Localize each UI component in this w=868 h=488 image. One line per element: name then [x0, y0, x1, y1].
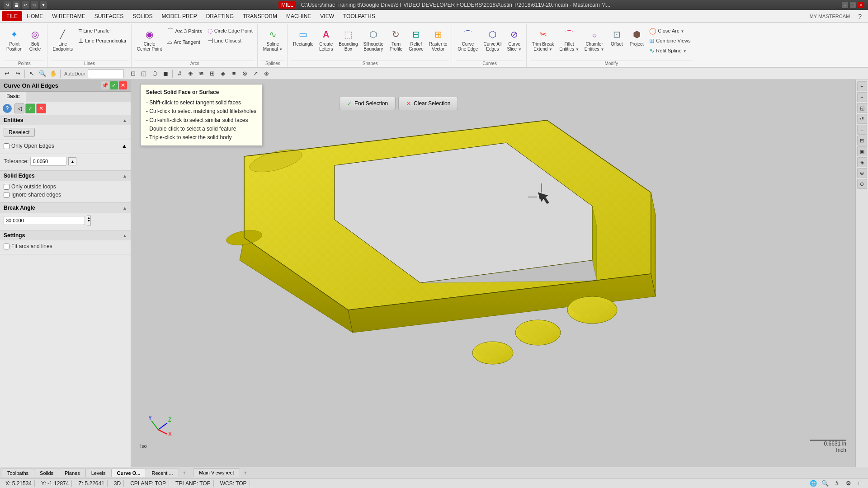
tool6[interactable]: ≡	[229, 69, 239, 79]
fit-arcs-lines-checkbox[interactable]	[4, 244, 9, 249]
menu-transform[interactable]: TRANSFORM	[238, 11, 282, 21]
tool9[interactable]: ⊛	[261, 69, 271, 79]
spline-manual-button[interactable]: ∿ SplineManual ▼	[261, 26, 285, 53]
menu-surfaces[interactable]: SURFACES	[90, 11, 128, 21]
clear-selection-button[interactable]: ✕ Clear Selection	[398, 97, 458, 110]
only-open-edges-collapse[interactable]: ▲	[122, 143, 127, 149]
fillet-entities-button[interactable]: ⌒ FilletEntities ▼	[557, 26, 581, 53]
combine-views-button[interactable]: ⊞ Combine Views	[647, 36, 692, 45]
tool7[interactable]: ⊗	[240, 69, 250, 79]
rt-btn-5[interactable]: ≡	[857, 125, 867, 135]
add-tab-button[interactable]: +	[179, 468, 190, 478]
quick-access-icon4[interactable]: ▼	[40, 1, 47, 9]
add-view-button[interactable]: +	[240, 468, 251, 478]
quick-access-icon2[interactable]: ↩	[22, 1, 29, 9]
curve-slice-button[interactable]: ⊘ CurveSlice ▼	[505, 26, 523, 53]
status-grid-button[interactable]: #	[832, 479, 842, 488]
menu-home[interactable]: HOME	[22, 11, 47, 21]
ignore-shared-edges-checkbox[interactable]	[4, 192, 9, 198]
rt-btn-1[interactable]: +	[857, 81, 867, 91]
menu-modelprep[interactable]: MODEL PREP	[157, 11, 201, 21]
silhouette-boundary-button[interactable]: ⬡ SilhouetteBoundary	[362, 26, 385, 52]
solid-edges-header[interactable]: Solid Edges ▲	[0, 171, 131, 181]
only-outside-loops-checkbox[interactable]	[4, 184, 9, 190]
circle-edge-point-button[interactable]: ◌ Circle Edge Point	[206, 26, 255, 35]
tab-solids[interactable]: Solids	[34, 469, 59, 477]
arc-tangent-button[interactable]: ⌓ Arc Tangent	[165, 37, 203, 47]
tool8[interactable]: ↗	[250, 69, 260, 79]
viewport[interactable]: Select Solid Face or Surface - Shift-cli…	[131, 80, 855, 467]
help-button[interactable]: ?	[854, 11, 866, 22]
only-open-edges-checkbox[interactable]	[4, 143, 9, 149]
rt-btn-9[interactable]: ⊕	[857, 168, 867, 178]
end-selection-button[interactable]: ✓ End Selection	[339, 97, 396, 110]
rt-btn-7[interactable]: ▣	[857, 146, 867, 156]
minimize-button[interactable]: −	[842, 2, 848, 8]
pin-button[interactable]: 📌	[101, 81, 109, 89]
break-angle-input[interactable]	[4, 216, 85, 225]
point-position-button[interactable]: ✦ PointPosition	[5, 26, 24, 52]
curve-all-edges-button[interactable]: ⬡ Curve AllEdges	[481, 26, 503, 52]
trim-break-extend-button[interactable]: ✂ Trim BreakExtend ▼	[530, 26, 556, 53]
snap-button[interactable]: ⊕	[185, 69, 195, 79]
close-button[interactable]: ×	[858, 2, 864, 8]
redo-button[interactable]: ↪	[13, 69, 23, 79]
help-icon[interactable]: ?	[3, 104, 12, 113]
break-angle-header[interactable]: Break Angle ▲	[0, 203, 131, 213]
offset-button[interactable]: ⊡ Offset	[608, 26, 626, 47]
nav-cancel-button[interactable]: ✕	[36, 103, 46, 113]
rt-btn-4[interactable]: ↺	[857, 114, 867, 124]
grid-button[interactable]: #	[175, 69, 184, 79]
line-parallel-button[interactable]: ≡ Line Parallel	[76, 26, 128, 35]
tab-main-viewsheet[interactable]: Main Viewsheet	[193, 468, 240, 477]
status-search-button[interactable]: 🔍	[820, 479, 830, 488]
circle-center-point-button[interactable]: ◉ CircleCenter Point	[135, 26, 164, 52]
tool5[interactable]: ◈	[218, 69, 228, 79]
refit-spline-button[interactable]: ∿ Refit Spline ▼	[647, 46, 692, 55]
bolt-circle-button[interactable]: ◎ BoltCircle	[26, 26, 44, 52]
tab-toolpaths[interactable]: Toolpaths	[2, 469, 34, 477]
tab-recent[interactable]: Recent ...	[146, 469, 179, 477]
turn-profile-button[interactable]: ↻ TurnProfile	[387, 26, 405, 52]
status-globe-button[interactable]: 🌐	[808, 479, 818, 488]
reselect-button[interactable]: Reselect	[4, 128, 35, 137]
zoom-button[interactable]: 🔍	[38, 69, 47, 79]
entities-section-header[interactable]: Entities ▲	[0, 115, 131, 125]
settings-header[interactable]: Settings ▲	[0, 230, 131, 240]
menu-solids[interactable]: SOLIDS	[128, 11, 157, 21]
maximize-button[interactable]: □	[850, 2, 856, 8]
menu-view[interactable]: VIEW	[316, 11, 339, 21]
chamfer-entities-button[interactable]: ⬦ ChamferEntities ▼	[583, 26, 606, 53]
select-button[interactable]: ↖	[27, 69, 37, 79]
tool3[interactable]: ≋	[196, 69, 206, 79]
rectangle-button[interactable]: ▭ Rectangle	[291, 26, 315, 47]
curve-one-edge-button[interactable]: ⌒ CurveOne Edge	[456, 26, 480, 52]
status-settings-button[interactable]: ⚙	[844, 479, 854, 488]
raster-vector-button[interactable]: ⊞ Raster toVector	[427, 26, 449, 52]
project-button[interactable]: ⬢ Project	[627, 26, 646, 47]
wireframe-button[interactable]: ⬡	[150, 69, 160, 79]
autodoor-input[interactable]	[88, 69, 124, 78]
menu-wireframe[interactable]: WIREFRAME	[47, 11, 90, 21]
menu-file[interactable]: FILE	[2, 11, 22, 21]
nav-ok-button[interactable]: ✓	[25, 103, 35, 113]
rt-btn-8[interactable]: ◈	[857, 157, 867, 167]
nav-prev-button[interactable]: ◁	[14, 103, 24, 113]
tolerance-input[interactable]	[30, 157, 66, 166]
tool4[interactable]: ⊞	[207, 69, 217, 79]
menu-drafting[interactable]: DRAFTING	[202, 11, 238, 21]
quick-access-icon1[interactable]: 💾	[13, 1, 20, 9]
tab-curve-o[interactable]: Curve O...	[112, 469, 146, 477]
rt-btn-6[interactable]: ⊞	[857, 136, 867, 145]
panel-close-button[interactable]: ✕	[119, 81, 127, 89]
rt-btn-2[interactable]: −	[857, 92, 867, 102]
relief-groove-button[interactable]: ⊟ ReliefGroove	[407, 26, 425, 52]
undo-button[interactable]: ↩	[2, 69, 12, 79]
create-letters-button[interactable]: A CreateLetters	[317, 26, 335, 52]
close-arc-button[interactable]: ◯ Close Arc ▼	[647, 26, 692, 35]
view-isometric-button[interactable]: ◱	[139, 69, 149, 79]
tab-planes[interactable]: Planes	[59, 469, 86, 477]
menu-machine[interactable]: MACHINE	[282, 11, 316, 21]
shaded-button[interactable]: ◼	[160, 69, 170, 79]
tab-levels[interactable]: Levels	[86, 469, 112, 477]
